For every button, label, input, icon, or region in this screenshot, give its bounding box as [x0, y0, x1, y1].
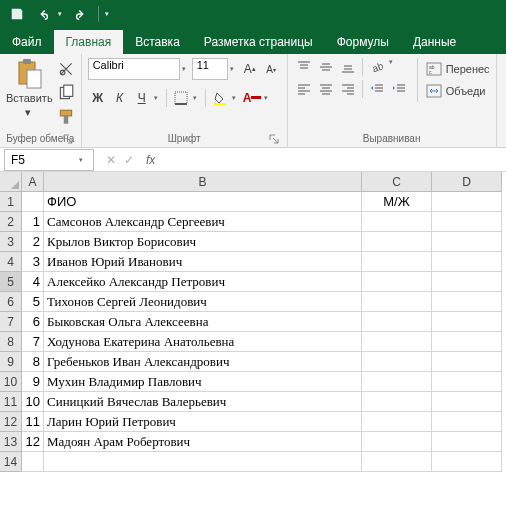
tab-file[interactable]: Файл	[0, 30, 54, 54]
increase-font-icon[interactable]: A▴	[240, 59, 259, 79]
cell[interactable]	[432, 412, 502, 432]
cell[interactable]: 7	[22, 332, 44, 352]
row-header[interactable]: 6	[0, 292, 22, 312]
select-all-corner[interactable]	[0, 172, 22, 192]
cell[interactable]	[362, 332, 432, 352]
tab-page-layout[interactable]: Разметка страницы	[192, 30, 325, 54]
cell[interactable]: 3	[22, 252, 44, 272]
align-top-icon[interactable]	[294, 58, 314, 76]
font-name-select[interactable]: Calibri	[88, 58, 180, 80]
row-header[interactable]: 3	[0, 232, 22, 252]
chevron-down-icon[interactable]: ▾	[79, 156, 87, 164]
col-header-a[interactable]: A	[22, 172, 44, 192]
align-left-icon[interactable]	[294, 80, 314, 98]
cell[interactable]: Ходунова Екатерина Анатольевна	[44, 332, 362, 352]
cell[interactable]	[44, 452, 362, 472]
cell[interactable]	[432, 292, 502, 312]
align-center-icon[interactable]	[316, 80, 336, 98]
cell[interactable]	[22, 192, 44, 212]
row-header[interactable]: 13	[0, 432, 22, 452]
cell[interactable]	[362, 392, 432, 412]
cell[interactable]: 9	[22, 372, 44, 392]
cell[interactable]	[362, 352, 432, 372]
cell[interactable]	[362, 372, 432, 392]
wrap-text-button[interactable]: abcПеренес	[426, 60, 490, 78]
row-header[interactable]: 14	[0, 452, 22, 472]
cell[interactable]: 10	[22, 392, 44, 412]
fill-color-icon[interactable]	[210, 88, 230, 108]
cell[interactable]	[432, 452, 502, 472]
cell[interactable]	[432, 332, 502, 352]
cell[interactable]	[362, 312, 432, 332]
paste-button[interactable]: Вставить ▾	[6, 58, 53, 131]
cell[interactable]	[432, 212, 502, 232]
cell[interactable]: Синицкий Вячеслав Валерьевич	[44, 392, 362, 412]
align-right-icon[interactable]	[338, 80, 358, 98]
underline-button[interactable]: Ч	[132, 88, 152, 108]
cell[interactable]	[432, 192, 502, 212]
col-header-b[interactable]: B	[44, 172, 362, 192]
cell[interactable]	[22, 452, 44, 472]
cell[interactable]: Мадоян Арам Робертович	[44, 432, 362, 452]
clipboard-dialog-icon[interactable]	[63, 134, 73, 144]
cell[interactable]: 12	[22, 432, 44, 452]
border-icon[interactable]	[171, 88, 191, 108]
chevron-down-icon[interactable]: ▾	[154, 94, 162, 102]
bold-button[interactable]: Ж	[88, 88, 108, 108]
cell[interactable]: Быковская Ольга Алексеевна	[44, 312, 362, 332]
cell[interactable]: Тихонов Сергей Леонидович	[44, 292, 362, 312]
cell[interactable]	[432, 352, 502, 372]
qat-customize-icon[interactable]: ▾	[105, 10, 113, 18]
increase-indent-icon[interactable]	[389, 80, 409, 98]
row-header[interactable]: 9	[0, 352, 22, 372]
copy-icon[interactable]	[57, 84, 75, 102]
cancel-formula-icon[interactable]: ✕	[106, 153, 116, 167]
row-header[interactable]: 7	[0, 312, 22, 332]
cell[interactable]: Иванов Юрий Иванович	[44, 252, 362, 272]
row-header[interactable]: 8	[0, 332, 22, 352]
cell[interactable]	[362, 452, 432, 472]
cell[interactable]: 2	[22, 232, 44, 252]
cell[interactable]	[432, 252, 502, 272]
cell[interactable]: 5	[22, 292, 44, 312]
row-header[interactable]: 5	[0, 272, 22, 292]
row-header[interactable]: 2	[0, 212, 22, 232]
cell[interactable]: М/Ж	[362, 192, 432, 212]
cell[interactable]	[432, 232, 502, 252]
col-header-d[interactable]: D	[432, 172, 502, 192]
cell[interactable]	[432, 272, 502, 292]
align-middle-icon[interactable]	[316, 58, 336, 76]
cell[interactable]	[432, 372, 502, 392]
cell[interactable]: ФИО	[44, 192, 362, 212]
chevron-down-icon[interactable]: ▾	[389, 58, 397, 76]
enter-formula-icon[interactable]: ✓	[124, 153, 134, 167]
cell[interactable]: Гребеньков Иван Александрович	[44, 352, 362, 372]
cell[interactable]	[362, 212, 432, 232]
col-header-c[interactable]: C	[362, 172, 432, 192]
tab-formulas[interactable]: Формулы	[325, 30, 401, 54]
row-header[interactable]: 11	[0, 392, 22, 412]
cell[interactable]: Мухин Владимир Павлович	[44, 372, 362, 392]
cell[interactable]	[362, 432, 432, 452]
font-color-icon[interactable]: A	[242, 88, 262, 108]
cell[interactable]	[432, 312, 502, 332]
merge-center-button[interactable]: Объеди	[426, 82, 490, 100]
row-header[interactable]: 10	[0, 372, 22, 392]
fx-icon[interactable]: fx	[142, 153, 159, 167]
paste-dropdown-icon[interactable]: ▾	[25, 106, 33, 119]
tab-home[interactable]: Главная	[54, 30, 124, 54]
cell[interactable]	[432, 432, 502, 452]
cell[interactable]: Самсонов Александр Сергеевич	[44, 212, 362, 232]
cell[interactable]: Крылов Виктор Борисович	[44, 232, 362, 252]
row-header[interactable]: 12	[0, 412, 22, 432]
cell[interactable]: 4	[22, 272, 44, 292]
decrease-font-icon[interactable]: A▾	[261, 59, 280, 79]
font-dialog-icon[interactable]	[269, 134, 279, 144]
cell[interactable]	[432, 392, 502, 412]
cell[interactable]: 6	[22, 312, 44, 332]
cell[interactable]: Ларин Юрий Петрович	[44, 412, 362, 432]
tab-insert[interactable]: Вставка	[123, 30, 192, 54]
cell[interactable]	[362, 292, 432, 312]
name-box[interactable]: F5▾	[4, 149, 94, 171]
save-icon[interactable]	[6, 3, 28, 25]
